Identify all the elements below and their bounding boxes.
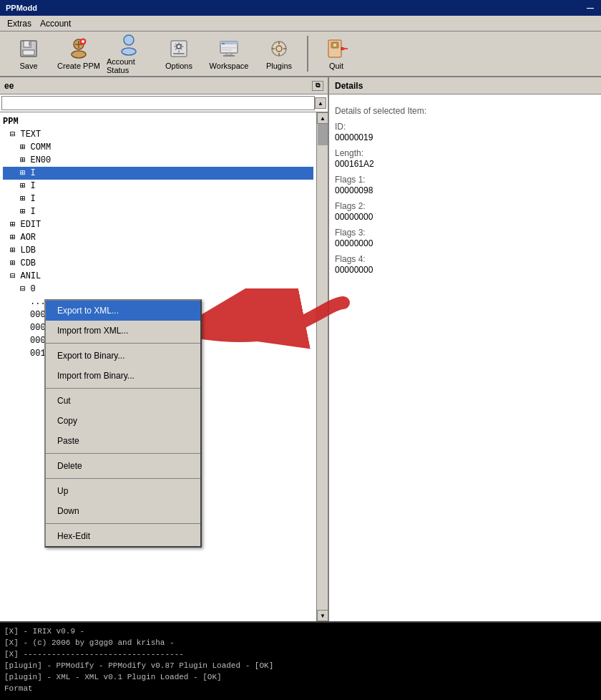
svg-rect-18 [222, 43, 225, 44]
ctx-sep2 [46, 388, 200, 389]
quit-button[interactable]: Quit [312, 34, 361, 74]
tree-scrollbar: ▲ ▼ [316, 112, 328, 621]
tree-panel-restore[interactable]: ⧉ [312, 81, 323, 91]
details-id-label: ID: [335, 122, 595, 132]
menu-extras[interactable]: Extras [3, 17, 36, 30]
ctx-export-xml[interactable]: Export to XML... [46, 301, 200, 321]
app-title: PPModd [6, 4, 37, 12]
ctx-delete[interactable]: Delete [46, 456, 200, 476]
tree-search-bar: ▲ [0, 94, 328, 112]
menu-bar: Extras Account [0, 16, 601, 31]
ctx-paste[interactable]: Paste [46, 431, 200, 451]
options-button[interactable]: Options [155, 34, 203, 74]
details-flags2-label: Flags 2: [335, 201, 595, 211]
details-length-value: 000161A2 [335, 159, 595, 169]
plugins-label: Plugins [266, 62, 292, 70]
log-line-5: [plugin] - XML - XML v0.1 Plugin Loaded … [4, 671, 597, 683]
details-id-value: 00000019 [335, 132, 595, 142]
ctx-sep5 [46, 523, 200, 524]
tree-node-sub1[interactable]: ⊟ 0 [3, 283, 313, 296]
svg-point-31 [333, 44, 336, 47]
save-button[interactable]: Save [4, 34, 53, 74]
details-title: Details [329, 77, 601, 94]
log-line-1: [X] - (c) 2006 by g3gg0 and krisha - [4, 637, 597, 648]
details-content: Details of selected Item: ID: 00000019 L… [329, 94, 601, 621]
save-icon [17, 37, 40, 60]
tree-node-item2[interactable]: ⊞ I [3, 180, 313, 193]
log-line-4: [plugin] - PPModify - PPModify v0.87 Plu… [4, 660, 597, 671]
svg-point-11 [124, 35, 134, 45]
toolbar: Save Create PPM Account Status [0, 31, 601, 77]
ctx-export-binary[interactable]: Export to Binary... [46, 346, 200, 366]
scroll-down-btn[interactable]: ▼ [317, 610, 328, 621]
details-flags3-label: Flags 3: [335, 228, 595, 238]
tree-panel-titlebar: ee ⧉ [0, 77, 328, 94]
tree-node-item3[interactable]: ⊞ I [3, 193, 313, 205]
options-icon [167, 37, 190, 60]
tree-node-edit[interactable]: ⊞ EDIT [3, 218, 313, 231]
ctx-copy[interactable]: Copy [46, 411, 200, 431]
workspace-label: Workspace [210, 62, 249, 70]
create-ppm-button[interactable]: Create PPM [54, 34, 103, 74]
save-label: Save [19, 62, 37, 70]
svg-point-12 [122, 48, 136, 55]
tree-panel: ee ⧉ ▲ PPM ⊟ TEXT ⊞ COMM ⊞ EN00 ⊞ I ⊞ I … [0, 77, 329, 621]
context-menu: Export to XML... Import from XML... Expo… [44, 299, 202, 548]
details-flags4-value: 00000000 [335, 265, 595, 275]
tree-node-aor[interactable]: ⊞ AOR [3, 231, 313, 244]
details-heading: Details of selected Item: [335, 106, 595, 116]
svg-rect-22 [223, 55, 235, 57]
tree-node-comm[interactable]: ⊞ COMM [3, 141, 313, 154]
svg-rect-2 [23, 50, 34, 55]
svg-rect-19 [222, 47, 236, 49]
tree-node-ldb[interactable]: ⊞ LDB [3, 244, 313, 257]
scroll-thumb[interactable] [318, 124, 328, 145]
minimize-button[interactable]: — [585, 3, 595, 13]
create-ppm-icon [67, 37, 90, 60]
workspace-icon [218, 37, 240, 60]
account-status-icon [117, 33, 140, 56]
account-status-button[interactable]: Account Status [104, 34, 153, 74]
svg-rect-20 [222, 49, 232, 51]
tree-scroll-up-btn[interactable]: ▲ [315, 97, 326, 109]
svg-rect-21 [226, 53, 232, 55]
ctx-sep1 [46, 343, 200, 344]
details-flags4-label: Flags 4: [335, 254, 595, 264]
tree-node-en00[interactable]: ⊞ EN00 [3, 154, 313, 167]
tree-node-anil[interactable]: ⊟ ANIL [3, 270, 313, 283]
tree-node-text[interactable]: ⊟ TEXT [3, 128, 313, 141]
options-label: Options [165, 62, 192, 70]
tree-node-cdb[interactable]: ⊞ CDB [3, 257, 313, 270]
tree-node-item1[interactable]: ⊞ I [3, 167, 313, 180]
log-line-2: [X] ---------------------------------- [4, 648, 597, 660]
tree-search-input[interactable] [1, 96, 315, 110]
menu-account[interactable]: Account [36, 17, 75, 30]
ctx-down[interactable]: Down [46, 501, 200, 521]
details-length-label: Length: [335, 148, 595, 158]
scroll-up-btn[interactable]: ▲ [317, 112, 328, 124]
account-status-label: Account Status [107, 57, 151, 74]
log-line-6: Format [4, 683, 597, 694]
details-flags1-value: 00000098 [335, 185, 595, 195]
ctx-up[interactable]: Up [46, 481, 200, 501]
plugins-icon [268, 37, 290, 60]
details-flags1-label: Flags 1: [335, 175, 595, 185]
plugins-button[interactable]: Plugins [255, 34, 303, 74]
svg-rect-3 [29, 42, 30, 46]
ctx-import-binary[interactable]: Import from Binary... [46, 366, 200, 386]
ctx-sep3 [46, 453, 200, 454]
create-ppm-label: Create PPM [57, 62, 100, 70]
quit-label: Quit [329, 62, 343, 70]
quit-icon [325, 37, 348, 60]
svg-rect-15 [173, 53, 185, 54]
ctx-sep4 [46, 478, 200, 479]
svg-point-5 [72, 51, 86, 58]
ctx-cut[interactable]: Cut [46, 391, 200, 411]
tree-panel-title: ee [4, 81, 14, 91]
workspace-button[interactable]: Workspace [205, 34, 253, 74]
ctx-import-xml[interactable]: Import from XML... [46, 321, 200, 341]
details-panel: Details Details of selected Item: ID: 00… [329, 77, 601, 621]
tree-node-ppm[interactable]: PPM [3, 115, 313, 128]
ctx-hex-edit[interactable]: Hex-Edit [46, 526, 200, 546]
tree-node-item4[interactable]: ⊞ I [3, 205, 313, 218]
